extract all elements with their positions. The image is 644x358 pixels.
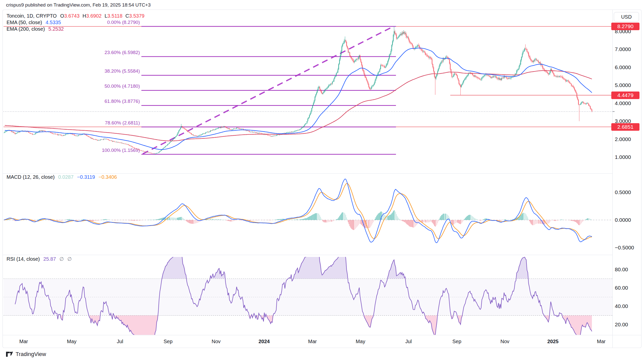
fib-label-382: 38.20% (5.5584) [105,68,140,74]
macd-legend[interactable]: MACD (12, 26, close) 0.0287 −0.3119 −0.3… [7,174,117,180]
ema50-label: EMA (50, close) [7,20,42,25]
rsi-tick: 80.00 [615,266,628,273]
rsi-tick: 60.00 [615,285,628,291]
ema200-label: EMA (200, close) [7,26,45,32]
ohlc-values: O3.6743 H3.6902 L3.5118 C3.5379 [60,13,144,19]
time-label-year: 2025 [542,338,564,345]
fib-labels: 0.00% (8.2790) 23.60% (6.5982) 38.20% (5… [102,20,140,153]
time-label-year: 2024 [253,338,275,345]
low-value: 3.5118 [107,13,123,19]
close-value: 3.5379 [129,13,144,19]
price-tick: 1.0000 [615,154,631,160]
time-label: Sep [446,338,468,345]
close-label: C [126,13,129,19]
open-label: O [60,13,64,19]
time-label: Nov [205,338,227,345]
time-label: Nov [494,338,516,345]
fib-label-786: 78.60% (2.6811) [105,120,140,125]
macd-signal-value: −0.3406 [99,174,117,180]
ema200-value: 5.2532 [48,26,64,32]
fib-label-0: 0.00% (8.2790) [107,20,140,25]
macd-line-value: −0.3119 [77,174,95,180]
rsi-legend[interactable]: RSI (14, close) 25.87 ∅ ∅ [7,256,72,262]
open-value: 3.6743 [64,13,79,19]
published-header: crispus9 published on TradingView.com, F… [6,2,151,8]
price-line-badge-high: 8.2790 [611,23,639,30]
tradingview-logo[interactable]: TradingView [6,351,46,357]
rsi-empty-slot-1: ∅ [59,256,64,262]
tradingview-snapshot: crispus9 published on TradingView.com, F… [0,0,644,358]
ema200-legend[interactable]: EMA (200, close) 5.2532 [7,26,64,32]
high-value: 3.6902 [86,13,102,19]
price-line-badge-low: 2.6851 [611,123,639,131]
fib-label-618: 61.80% (3.8776) [105,99,140,104]
macd-tick: 0.0000 [615,217,631,223]
time-label: Jul [397,338,420,345]
rsi-label: RSI (14, close) [7,256,40,262]
fib-label-50: 50.00% (4.7180) [105,83,140,89]
tradingview-logo-icon [6,352,14,357]
rsi-tick: 40.00 [615,303,628,309]
tradingview-brand-text: TradingView [16,351,46,357]
macd-tick: −0.5000 [615,244,634,251]
price-line-badge-support: 4.4479 [611,92,639,99]
price-tick: 6.0000 [615,64,631,71]
time-label: Mar [301,338,324,345]
ema50-legend[interactable]: EMA (50, close) 4.5335 [7,20,61,25]
macd-hist-value: 0.0287 [58,174,73,180]
symbol-legend[interactable]: Toncoin, 1D, CRYPTO O3.6743 H3.6902 L3.5… [7,13,144,19]
rsi-empty-slot-2: ∅ [67,256,72,262]
price-tick: 5.0000 [615,82,631,88]
high-label: H [83,13,86,19]
rsi-tick: 20.00 [615,321,628,328]
time-label: May [349,338,372,345]
fib-label-236: 23.60% (6.5982) [105,50,140,55]
low-label: L [105,13,107,19]
time-label: Mar [590,338,613,345]
macd-label: MACD (12, 26, close) [7,174,55,180]
time-label: May [60,338,83,345]
ema50-value: 4.5335 [46,20,61,25]
macd-tick: 0.5000 [615,189,631,196]
symbol-title: Toncoin, 1D, CRYPTO [7,13,57,19]
price-tick: 2.0000 [615,136,631,143]
rsi-value: 25.87 [43,256,56,262]
price-tick: 4.0000 [615,100,631,107]
time-label: Mar [12,338,35,345]
currency-button[interactable]: USD [614,12,639,22]
fib-label-100: 100.00% (1.1569) [102,148,140,153]
price-tick: 7.0000 [615,46,631,53]
time-label: Jul [109,338,131,345]
time-label: Sep [157,338,179,345]
